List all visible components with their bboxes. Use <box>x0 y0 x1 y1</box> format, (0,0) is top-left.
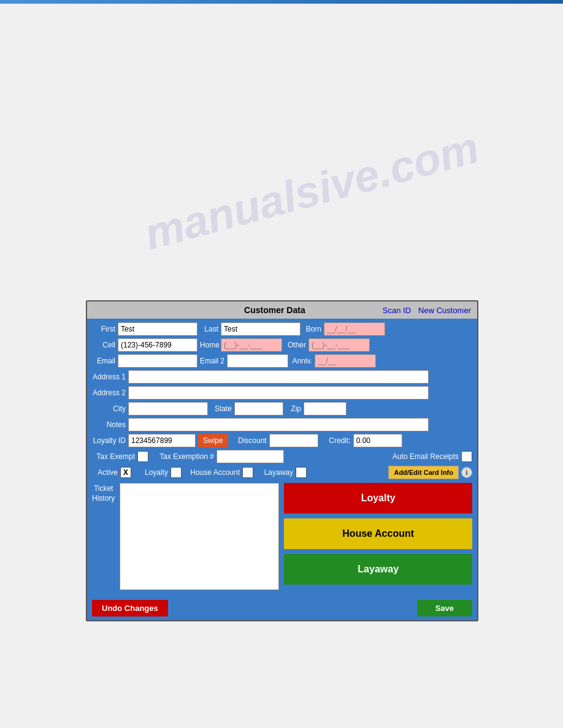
row-address1: Address 1 <box>92 370 472 384</box>
form-title: Customer Data <box>167 305 383 315</box>
email2-label: Email 2 <box>200 357 224 365</box>
city-label: City <box>92 404 126 413</box>
notes-label: Notes <box>92 420 126 429</box>
house-account-button[interactable]: House Account <box>284 518 472 549</box>
new-customer-link[interactable]: New Customer <box>418 306 471 315</box>
email-label: Email <box>92 357 115 365</box>
born-input[interactable] <box>324 322 385 336</box>
zip-label: Zip <box>286 404 301 413</box>
customer-form: Customer Data Scan ID New Customer First… <box>86 300 478 621</box>
tax-exemption-num-label: Tax Exemption # <box>156 452 214 461</box>
home-input[interactable] <box>221 338 282 352</box>
address1-label: Address 1 <box>92 373 126 381</box>
title-actions: Scan ID New Customer <box>383 306 471 315</box>
first-input[interactable] <box>118 322 197 336</box>
row-city-state-zip: City State Zip <box>92 402 472 415</box>
add-edit-card-button[interactable]: Add/Edit Card Info <box>388 466 459 479</box>
ticket-history-label: TicketHistory <box>92 484 115 503</box>
email2-input[interactable] <box>227 354 288 368</box>
tax-exempt-label: Tax Exempt <box>92 452 135 461</box>
address2-input[interactable] <box>128 386 429 400</box>
row-first-last-born: First Last Born <box>92 322 472 336</box>
loyalty-button[interactable]: Loyalty <box>284 483 472 514</box>
tax-exemption-num-input[interactable] <box>216 450 284 463</box>
anniv-label: Anniv. <box>291 357 312 365</box>
other-input[interactable] <box>308 338 370 352</box>
loyalty-checkbox-label: Loyalty <box>137 468 168 477</box>
home-label: Home <box>200 341 218 349</box>
tax-exempt-checkbox[interactable] <box>137 451 148 462</box>
form-footer: Undo Changes Save <box>87 596 477 620</box>
loyalty-checkbox[interactable] <box>170 467 182 478</box>
last-label: Last <box>200 325 218 333</box>
credit-label: Credit: <box>323 436 351 445</box>
first-label: First <box>92 325 115 333</box>
row-loyalty-discount: Loyalty ID Swipe Discount Credit: <box>92 434 472 447</box>
row-email-anniv: Email Email 2 Anniv. <box>92 354 472 368</box>
city-input[interactable] <box>128 402 208 415</box>
ticket-history-area: TicketHistory <box>92 483 279 590</box>
loyalty-id-input[interactable] <box>128 434 196 447</box>
anniv-input[interactable] <box>315 354 376 368</box>
credit-input[interactable] <box>353 434 402 447</box>
layaway-checkbox[interactable] <box>296 467 307 478</box>
row-address2: Address 2 <box>92 386 472 400</box>
customer-form-container: Customer Data Scan ID New Customer First… <box>86 300 478 621</box>
notes-input[interactable] <box>128 418 429 431</box>
address1-input[interactable] <box>128 370 429 384</box>
scan-id-link[interactable]: Scan ID <box>383 306 411 315</box>
form-title-bar: Customer Data Scan ID New Customer <box>87 301 477 319</box>
last-input[interactable] <box>221 322 301 336</box>
auto-email-label: Auto Email Receipts <box>391 452 459 461</box>
layaway-button[interactable]: Layaway <box>284 554 472 585</box>
born-label: Born <box>303 325 321 333</box>
bottom-section: TicketHistory Loyalty House Account Laya… <box>92 483 472 590</box>
row-notes: Notes <box>92 418 472 431</box>
discount-input[interactable] <box>269 434 318 447</box>
row-cell-home-other: Cell Home Other <box>92 338 472 352</box>
active-label: Active <box>92 468 118 477</box>
zip-input[interactable] <box>304 402 347 415</box>
top-bar <box>0 0 563 4</box>
cell-label: Cell <box>92 341 115 349</box>
other-label: Other <box>285 341 306 349</box>
email-input[interactable] <box>118 354 197 368</box>
swipe-button[interactable]: Swipe <box>198 434 228 447</box>
house-account-checkbox[interactable] <box>242 467 253 478</box>
cell-input[interactable] <box>118 338 197 352</box>
info-icon[interactable]: i <box>461 467 472 478</box>
layaway-label: Layaway <box>259 468 293 477</box>
ticket-history-box[interactable] <box>120 483 279 590</box>
row-checkboxes: Active X Loyalty House Account Layaway A… <box>92 466 472 479</box>
state-input[interactable] <box>234 402 283 415</box>
save-button[interactable]: Save <box>417 600 472 616</box>
action-buttons: Loyalty House Account Layaway <box>284 483 472 585</box>
undo-button[interactable]: Undo Changes <box>92 600 168 616</box>
state-label: State <box>210 404 232 413</box>
loyalty-id-label: Loyalty ID <box>92 436 126 445</box>
auto-email-checkbox[interactable] <box>461 451 472 462</box>
house-account-label: House Account <box>188 468 240 477</box>
discount-label: Discount <box>233 436 267 445</box>
form-body: First Last Born Cell Home Other Email <box>87 319 477 594</box>
watermark: manualsive.com <box>139 122 484 259</box>
address2-label: Address 2 <box>92 389 126 397</box>
active-checkbox[interactable]: X <box>120 467 131 478</box>
row-tax-exempt: Tax Exempt Tax Exemption # Auto Email Re… <box>92 450 472 463</box>
